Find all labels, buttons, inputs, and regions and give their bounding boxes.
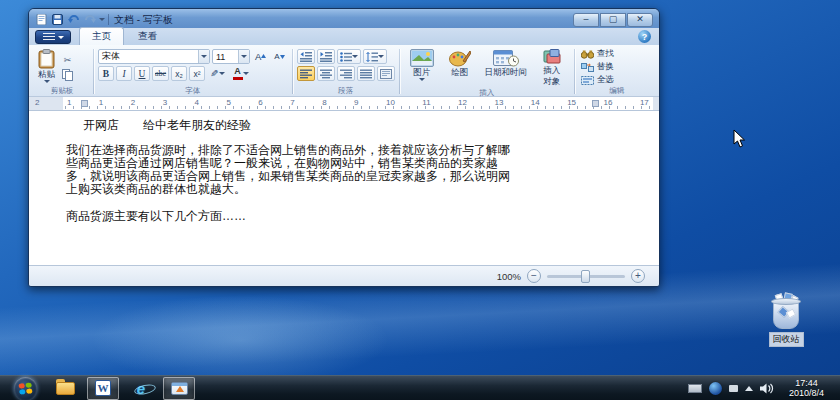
internet-explorer-icon: e <box>137 380 145 397</box>
left-margin-marker[interactable] <box>81 100 88 107</box>
ruler-numbers: 211234567891011121314151617 <box>35 98 649 108</box>
zoom-in-button[interactable]: + <box>631 269 645 283</box>
align-left-button[interactable] <box>297 66 315 81</box>
align-right-button[interactable] <box>337 66 355 81</box>
taskbar-ie-button[interactable]: e <box>125 377 157 400</box>
tab-view[interactable]: 查看 <box>126 28 169 45</box>
superscript-button[interactable]: x² <box>189 66 205 81</box>
taskbar-clock[interactable]: 17:44 2010/8/4 <box>781 378 832 398</box>
replace-button[interactable]: 替换 <box>581 61 614 73</box>
underline-button[interactable]: U <box>134 66 150 81</box>
highlight-color-button[interactable]: ✎ <box>207 66 227 81</box>
right-margin-marker[interactable] <box>592 100 599 107</box>
recycle-bin-icon[interactable] <box>770 296 802 330</box>
tab-home[interactable]: 主页 <box>79 27 124 45</box>
ruler-number: 15 <box>567 98 576 108</box>
paste-button[interactable]: 粘贴 <box>35 48 58 86</box>
clipboard-group: 粘贴 ✂ 剪贴板 <box>33 47 91 96</box>
grow-font-button[interactable]: A <box>252 49 269 64</box>
tray-app-icon[interactable] <box>709 382 722 395</box>
font-size-combo[interactable]: 11 <box>212 49 250 64</box>
font-name-combo[interactable]: 宋体 <box>98 49 210 64</box>
strikethrough-button[interactable]: abe <box>152 66 169 81</box>
paragraph-group: 段落 <box>295 47 397 96</box>
ruler-number: 16 <box>604 98 613 108</box>
decrease-indent-icon <box>300 52 312 62</box>
document-closing-line: 商品货源主要有以下几个方面…… <box>66 210 659 223</box>
replace-icon <box>581 63 594 72</box>
system-tray: 17:44 2010/8/4 <box>688 378 840 398</box>
increase-indent-icon <box>320 52 332 62</box>
align-center-icon <box>320 69 332 79</box>
paste-caret-icon <box>44 80 50 83</box>
line-spacing-button[interactable] <box>363 49 387 64</box>
app-menu-button[interactable] <box>35 30 71 44</box>
maximize-button[interactable]: ▢ <box>600 13 626 27</box>
ruler-number: 14 <box>531 98 540 108</box>
group-separator <box>93 49 94 94</box>
font-name-dropdown-icon[interactable] <box>198 50 209 63</box>
clipboard-icon <box>38 49 55 69</box>
qat-dropdown-icon[interactable] <box>99 18 105 21</box>
copy-icon[interactable] <box>60 68 75 81</box>
zoom-slider-thumb[interactable] <box>581 270 590 283</box>
font-size-dropdown-icon[interactable] <box>238 50 249 63</box>
font-name-value: 宋体 <box>99 50 198 63</box>
show-hidden-icons-button[interactable] <box>745 386 753 391</box>
taskbar-explorer-button[interactable] <box>49 377 81 400</box>
bold-button[interactable]: B <box>98 66 114 81</box>
recycle-bin[interactable]: 回收站 <box>755 296 817 347</box>
close-button[interactable]: ✕ <box>627 13 653 27</box>
find-label: 查找 <box>597 48 614 60</box>
font-color-button[interactable]: A <box>230 66 252 81</box>
title-bar[interactable]: 文档 - 写字板 – ▢ ✕ <box>29 9 659 28</box>
justify-button[interactable] <box>357 66 375 81</box>
save-icon[interactable] <box>51 14 64 26</box>
ruler[interactable]: 211234567891011121314151617 <box>29 97 659 111</box>
help-button[interactable]: ? <box>638 30 651 43</box>
subscript-button[interactable]: x₂ <box>171 66 187 81</box>
bin-rim <box>771 298 801 305</box>
decrease-indent-button[interactable] <box>297 49 315 64</box>
ruler-number: 2 <box>35 98 39 108</box>
align-center-button[interactable] <box>317 66 335 81</box>
redo-icon[interactable] <box>83 14 96 26</box>
ruler-number: 3 <box>163 98 167 108</box>
taskbar-wordpad-button[interactable] <box>163 377 195 400</box>
insert-group: 图片 绘图 日期和时间 插入 对象 <box>402 47 572 96</box>
volume-icon[interactable] <box>760 383 774 394</box>
wordpad-app-icon[interactable] <box>35 14 48 26</box>
list-button[interactable] <box>337 49 361 64</box>
binoculars-icon <box>581 50 594 59</box>
insert-object-button[interactable]: 插入 对象 <box>534 48 570 88</box>
insert-drawing-label: 绘图 <box>451 68 468 78</box>
wordpad-window: 文档 - 写字板 – ▢ ✕ 主页 查看 ? 粘贴 <box>28 8 660 287</box>
find-button[interactable]: 查找 <box>581 48 614 60</box>
insert-picture-button[interactable]: 图片 <box>404 48 440 88</box>
insert-datetime-button[interactable]: 日期和时间 <box>480 48 532 88</box>
start-button[interactable] <box>14 377 37 400</box>
insert-drawing-button[interactable]: 绘图 <box>442 48 478 88</box>
document-body-text: 我们在选择商品货源时，排除了不适合网上销售的商品外，接着就应该分析与了解哪 些商… <box>66 144 659 196</box>
word-icon: W <box>95 380 111 396</box>
paragraph-dialog-icon <box>380 69 392 79</box>
minimize-button[interactable]: – <box>573 13 599 27</box>
cut-icon[interactable]: ✂ <box>60 53 75 66</box>
ruler-number: 17 <box>640 98 649 108</box>
increase-indent-button[interactable] <box>317 49 335 64</box>
input-method-icon[interactable] <box>688 384 702 393</box>
shrink-font-button[interactable]: A <box>271 49 287 64</box>
select-all-button[interactable]: 全选 <box>581 74 614 86</box>
wallpaper-glow <box>90 295 390 385</box>
undo-icon[interactable] <box>67 14 80 26</box>
zoom-out-button[interactable]: − <box>527 269 541 283</box>
editing-group-label: 编辑 <box>579 86 655 96</box>
italic-button[interactable]: I <box>116 66 132 81</box>
zoom-slider[interactable] <box>547 275 625 278</box>
ruler-number: 4 <box>195 98 199 108</box>
paragraph-dialog-button[interactable] <box>377 66 395 81</box>
document-area[interactable]: 开网店 给中老年朋友的经验 我们在选择商品货源时，排除了不适合网上销售的商品外，… <box>29 111 659 265</box>
tray-network-icon[interactable] <box>729 385 738 392</box>
taskbar-word-button[interactable]: W <box>87 377 119 400</box>
select-all-label: 全选 <box>597 74 614 86</box>
